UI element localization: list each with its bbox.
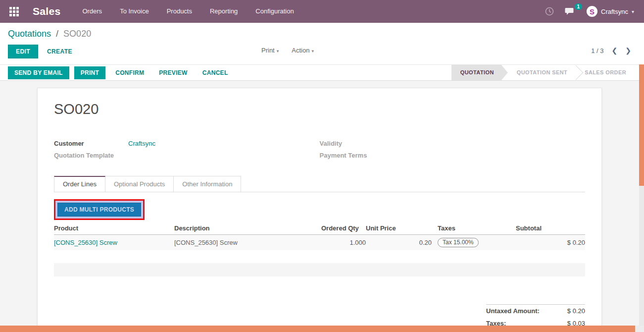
row-subtotal: $ 0.20 [567,239,585,246]
empty-row [54,263,585,277]
send-by-email-button[interactable]: SEND BY EMAIL [8,66,69,79]
validity-label: Validity [320,140,394,147]
chat-bubble-icon [565,7,576,16]
tab-other-information[interactable]: Other Information [173,176,241,192]
add-multi-products-button[interactable]: ADD MULTI PRODUCTS [57,203,141,217]
customer-value-link[interactable]: Craftsync [128,140,155,147]
pager-next-icon[interactable]: ❯ [625,47,631,55]
customer-label: Customer [54,140,128,147]
menu-reporting[interactable]: Reporting [203,0,245,23]
create-button[interactable]: CREATE [45,45,74,58]
top-navbar: Sales Orders To Invoice Products Reporti… [0,0,644,23]
row-description: [CONS_25630] Screw [174,239,238,246]
messages-count-badge: 1 [575,3,583,10]
row-unit-price: 0.20 [419,239,432,246]
taxes-label: Taxes: [486,320,506,326]
menu-orders[interactable]: Orders [75,0,109,23]
order-lines-table: Product Description Ordered Qty Unit Pri… [54,222,585,277]
user-menu[interactable]: S Craftsync ▾ [587,6,634,17]
step-quotation[interactable]: QUOTATION [451,65,508,80]
totals-section: Untaxed Amount: $ 0.20 Taxes: $ 0.03 Tot… [486,304,585,326]
header-taxes[interactable]: Taxes [432,222,516,235]
apps-menu-button[interactable] [0,0,28,23]
app-title[interactable]: Sales [33,5,60,17]
user-name: Craftsync [601,8,628,15]
horizontal-scrollbar-thumb[interactable] [0,326,635,332]
apps-grid-icon [9,7,19,16]
header-unit-price[interactable]: Unit Price [366,222,432,235]
table-row[interactable]: [CONS_25630] Screw [CONS_25630] Screw 1.… [54,235,585,251]
control-panel: Quotations / SO020 EDIT CREATE Print▾ Ac… [0,23,644,64]
pager-previous-icon[interactable]: ❮ [612,47,618,55]
quotation-sheet: SO020 Customer Craftsync Quotation Templ… [37,88,602,326]
print-button[interactable]: PRINT [74,66,106,79]
confirm-button[interactable]: CONFIRM [110,66,149,79]
payment-terms-label: Payment Terms [320,152,394,159]
step-sales-order[interactable]: SALES ORDER [576,65,635,80]
quotation-title: SO020 [54,101,585,117]
user-menu-caret-icon: ▾ [632,9,634,14]
untaxed-amount-label: Untaxed Amount: [486,307,540,315]
add-multi-products-highlight-box: ADD MULTI PRODUCTS [54,199,145,220]
breadcrumb-quotations-link[interactable]: Quotations [8,29,51,39]
user-avatar: S [587,6,597,17]
tab-order-lines[interactable]: Order Lines [54,176,105,192]
vertical-scrollbar-thumb[interactable] [639,64,644,186]
header-ordered-qty[interactable]: Ordered Qty [321,222,366,235]
breadcrumb-separator: / [56,29,58,39]
breadcrumb-current: SO020 [63,29,91,39]
header-subtotal[interactable]: Subtotal [516,222,585,235]
cancel-button[interactable]: CANCEL [198,66,233,79]
activities-clock-icon[interactable] [545,7,554,16]
action-caret-icon: ▾ [311,49,314,54]
empty-row [54,250,585,263]
status-steps: QUOTATION QUOTATION SENT SALES ORDER [451,65,635,80]
preview-button[interactable]: PREVIEW [154,66,192,79]
row-product-link[interactable]: [CONS_25630] Screw [54,239,117,246]
table-header-row: Product Description Ordered Qty Unit Pri… [54,222,585,235]
print-dropdown[interactable]: Print▾ [261,47,279,54]
row-tax-badge: Tax 15.00% [438,238,479,247]
notebook-tabs: Order Lines Optional Products Other Info… [54,176,585,192]
untaxed-amount-value: $ 0.20 [567,307,585,315]
step-quotation-sent[interactable]: QUOTATION SENT [508,65,576,80]
menu-to-invoice[interactable]: To Invoice [113,0,156,23]
action-dropdown[interactable]: Action▾ [292,47,314,54]
main-menu: Orders To Invoice Products Reporting Con… [75,0,300,23]
menu-products[interactable]: Products [160,0,199,23]
header-description[interactable]: Description [174,222,321,235]
print-caret-icon: ▾ [277,49,279,54]
vertical-scrollbar-track[interactable] [639,64,644,326]
field-groups: Customer Craftsync Quotation Template Va… [54,137,585,161]
quotation-template-label: Quotation Template [54,152,128,159]
header-product[interactable]: Product [54,222,174,235]
scrollbar-corner [635,326,644,332]
breadcrumb: Quotations / SO020 [8,29,91,39]
tab-optional-products[interactable]: Optional Products [105,176,174,192]
row-ordered-qty: 1.000 [349,239,366,246]
pager-count: 1 / 3 [591,47,603,55]
edit-button[interactable]: EDIT [8,45,38,58]
statusbar: SEND BY EMAIL PRINT CONFIRM PREVIEW CANC… [0,64,644,81]
taxes-value: $ 0.03 [567,320,585,326]
messages-button[interactable]: 1 [565,7,576,16]
menu-configuration[interactable]: Configuration [248,0,300,23]
